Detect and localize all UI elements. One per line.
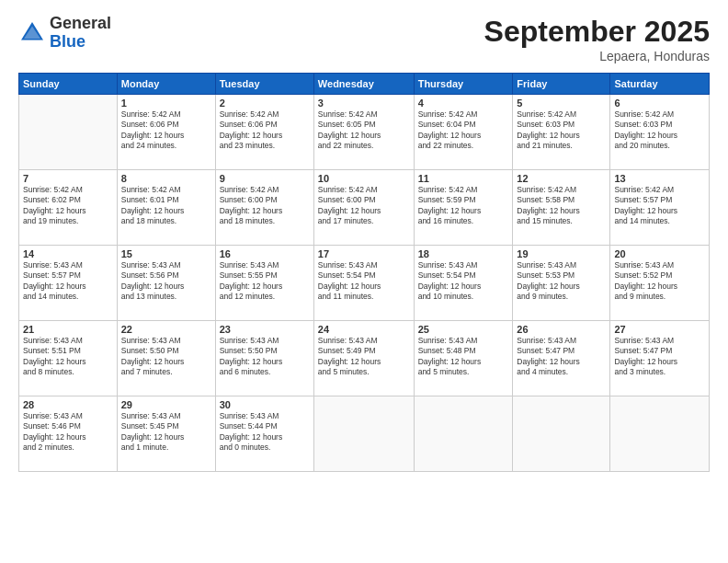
day-number: 25 [418,324,509,335]
table-row: 6Sunrise: 5:42 AM Sunset: 6:03 PM Daylig… [610,95,710,170]
day-number: 11 [418,173,509,184]
cell-info: Sunrise: 5:42 AM Sunset: 6:06 PM Dayligh… [220,109,310,152]
day-number: 23 [220,324,310,335]
col-wednesday: Wednesday [313,74,414,95]
cell-info: Sunrise: 5:43 AM Sunset: 5:45 PM Dayligh… [121,411,211,454]
cell-info: Sunrise: 5:42 AM Sunset: 6:04 PM Dayligh… [418,109,509,152]
title-block: September 2025 Lepaera, Honduras [484,15,710,63]
cell-info: Sunrise: 5:43 AM Sunset: 5:49 PM Dayligh… [318,336,410,378]
col-friday: Friday [513,74,610,95]
table-row: 23Sunrise: 5:43 AM Sunset: 5:50 PM Dayli… [215,321,313,396]
table-row [513,396,610,472]
cell-info: Sunrise: 5:43 AM Sunset: 5:56 PM Dayligh… [121,260,211,303]
table-row: 9Sunrise: 5:42 AM Sunset: 6:00 PM Daylig… [215,170,313,246]
table-row: 29Sunrise: 5:43 AM Sunset: 5:45 PM Dayli… [117,396,215,472]
table-row: 17Sunrise: 5:43 AM Sunset: 5:54 PM Dayli… [313,246,414,321]
day-number: 3 [318,98,410,109]
day-number: 20 [614,248,705,259]
cell-info: Sunrise: 5:42 AM Sunset: 6:01 PM Dayligh… [121,185,211,227]
day-number: 24 [318,324,410,335]
table-row: 10Sunrise: 5:42 AM Sunset: 6:00 PM Dayli… [313,170,414,246]
cell-info: Sunrise: 5:43 AM Sunset: 5:46 PM Dayligh… [23,411,113,454]
cell-info: Sunrise: 5:43 AM Sunset: 5:47 PM Dayligh… [614,336,705,378]
day-number: 14 [23,248,113,259]
day-number: 18 [418,248,509,259]
day-number: 22 [121,324,211,335]
cell-info: Sunrise: 5:42 AM Sunset: 6:05 PM Dayligh… [318,109,410,152]
cell-info: Sunrise: 5:43 AM Sunset: 5:50 PM Dayligh… [121,336,211,378]
table-row: 7Sunrise: 5:42 AM Sunset: 6:02 PM Daylig… [19,170,118,246]
table-row: 5Sunrise: 5:42 AM Sunset: 6:03 PM Daylig… [513,95,610,170]
cell-info: Sunrise: 5:43 AM Sunset: 5:54 PM Dayligh… [318,260,410,303]
month-title: September 2025 [484,15,710,49]
cell-info: Sunrise: 5:42 AM Sunset: 6:03 PM Dayligh… [614,109,705,152]
day-number: 12 [517,173,606,184]
day-number: 4 [418,98,509,109]
table-row: 15Sunrise: 5:43 AM Sunset: 5:56 PM Dayli… [117,246,215,321]
calendar-header-row: Sunday Monday Tuesday Wednesday Thursday… [19,74,710,95]
table-row: 30Sunrise: 5:43 AM Sunset: 5:44 PM Dayli… [215,396,313,472]
table-row [610,396,710,472]
logo-general: General [50,15,111,33]
day-number: 1 [121,98,211,109]
table-row: 16Sunrise: 5:43 AM Sunset: 5:55 PM Dayli… [215,246,313,321]
calendar-row: 21Sunrise: 5:43 AM Sunset: 5:51 PM Dayli… [19,321,710,396]
day-number: 7 [23,173,113,184]
table-row: 25Sunrise: 5:43 AM Sunset: 5:48 PM Dayli… [414,321,513,396]
table-row: 18Sunrise: 5:43 AM Sunset: 5:54 PM Dayli… [414,246,513,321]
day-number: 5 [517,98,606,109]
table-row: 21Sunrise: 5:43 AM Sunset: 5:51 PM Dayli… [19,321,118,396]
day-number: 27 [614,324,705,335]
cell-info: Sunrise: 5:43 AM Sunset: 5:54 PM Dayligh… [418,260,509,303]
table-row [313,396,414,472]
col-sunday: Sunday [19,74,118,95]
day-number: 26 [517,324,606,335]
cell-info: Sunrise: 5:42 AM Sunset: 6:00 PM Dayligh… [318,185,410,227]
table-row: 3Sunrise: 5:42 AM Sunset: 6:05 PM Daylig… [313,95,414,170]
table-row [414,396,513,472]
table-row: 4Sunrise: 5:42 AM Sunset: 6:04 PM Daylig… [414,95,513,170]
col-tuesday: Tuesday [215,74,313,95]
cell-info: Sunrise: 5:43 AM Sunset: 5:48 PM Dayligh… [418,336,509,378]
cell-info: Sunrise: 5:43 AM Sunset: 5:51 PM Dayligh… [23,336,113,378]
logo-icon [18,19,46,47]
cell-info: Sunrise: 5:42 AM Sunset: 6:06 PM Dayligh… [121,109,211,152]
page-header: General Blue September 2025 Lepaera, Hon… [18,15,710,63]
calendar-row: 7Sunrise: 5:42 AM Sunset: 6:02 PM Daylig… [19,170,710,246]
table-row: 11Sunrise: 5:42 AM Sunset: 5:59 PM Dayli… [414,170,513,246]
day-number: 6 [614,98,705,109]
table-row: 27Sunrise: 5:43 AM Sunset: 5:47 PM Dayli… [610,321,710,396]
day-number: 29 [121,399,211,410]
table-row: 2Sunrise: 5:42 AM Sunset: 6:06 PM Daylig… [215,95,313,170]
cell-info: Sunrise: 5:42 AM Sunset: 6:00 PM Dayligh… [220,185,310,227]
table-row: 20Sunrise: 5:43 AM Sunset: 5:52 PM Dayli… [610,246,710,321]
cell-info: Sunrise: 5:42 AM Sunset: 5:57 PM Dayligh… [614,185,705,227]
day-number: 9 [220,173,310,184]
table-row: 12Sunrise: 5:42 AM Sunset: 5:58 PM Dayli… [513,170,610,246]
cell-info: Sunrise: 5:42 AM Sunset: 5:59 PM Dayligh… [418,185,509,227]
table-row: 8Sunrise: 5:42 AM Sunset: 6:01 PM Daylig… [117,170,215,246]
day-number: 8 [121,173,211,184]
table-row: 13Sunrise: 5:42 AM Sunset: 5:57 PM Dayli… [610,170,710,246]
table-row: 19Sunrise: 5:43 AM Sunset: 5:53 PM Dayli… [513,246,610,321]
table-row: 14Sunrise: 5:43 AM Sunset: 5:57 PM Dayli… [19,246,118,321]
calendar-row: 1Sunrise: 5:42 AM Sunset: 6:06 PM Daylig… [19,95,710,170]
day-number: 16 [220,248,310,259]
logo-blue: Blue [50,33,111,52]
day-number: 2 [220,98,310,109]
day-number: 10 [318,173,410,184]
calendar: Sunday Monday Tuesday Wednesday Thursday… [18,73,710,472]
logo: General Blue [18,15,111,52]
day-number: 21 [23,324,113,335]
logo-text: General Blue [50,15,111,52]
day-number: 17 [318,248,410,259]
cell-info: Sunrise: 5:43 AM Sunset: 5:50 PM Dayligh… [220,336,310,378]
day-number: 13 [614,173,705,184]
table-row [19,95,118,170]
calendar-row: 14Sunrise: 5:43 AM Sunset: 5:57 PM Dayli… [19,246,710,321]
location: Lepaera, Honduras [484,49,710,63]
table-row: 24Sunrise: 5:43 AM Sunset: 5:49 PM Dayli… [313,321,414,396]
table-row: 26Sunrise: 5:43 AM Sunset: 5:47 PM Dayli… [513,321,610,396]
cell-info: Sunrise: 5:43 AM Sunset: 5:55 PM Dayligh… [220,260,310,303]
day-number: 30 [220,399,310,410]
